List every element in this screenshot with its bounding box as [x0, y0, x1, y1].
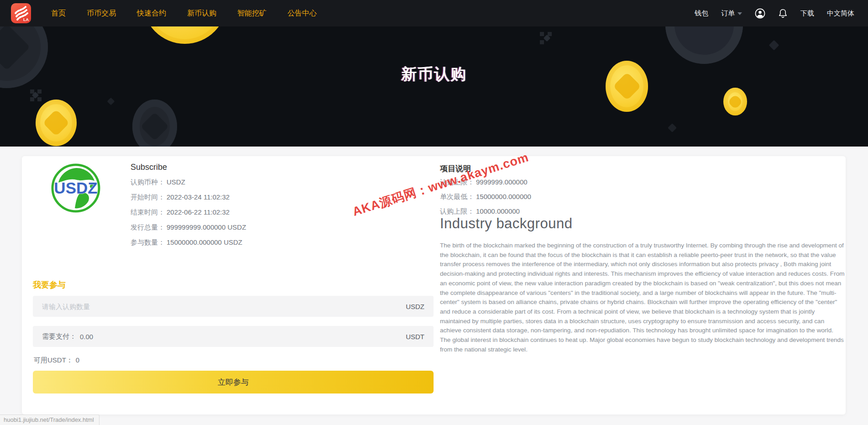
available-balance: 可用USDT：0 — [34, 356, 79, 365]
info-row-sub-upper: 认购上限：10000.000000 — [440, 207, 531, 216]
info-row-start-time: 开始时间：2022-03-24 11:02:32 — [131, 193, 246, 202]
coin-symbol-text: USDZ — [54, 179, 97, 197]
nav-item-home[interactable]: 首页 — [51, 9, 66, 18]
diamond-sparkle — [668, 123, 677, 132]
available-label: 可用USDT： — [34, 356, 73, 364]
language-selector[interactable]: 中文简体 — [827, 9, 854, 18]
nav-right-group: 钱包 订单 下载 中文简体 — [695, 8, 854, 19]
gold-coin-decoration — [142, 26, 227, 44]
gold-coin-decoration — [723, 88, 747, 115]
ghost-coin-decoration — [665, 26, 743, 64]
amount-suffix: USDZ — [406, 303, 424, 310]
info-row-min-per-order: 单次最低：15000000.000000 — [440, 193, 531, 201]
download-link[interactable]: 下载 — [800, 9, 814, 18]
info-row-coin: 认购币种：USDZ — [131, 178, 246, 187]
chevron-down-icon — [737, 12, 742, 15]
industry-background-text: The birth of the blockchain marked the b… — [440, 241, 845, 354]
nav-item-fast-contract[interactable]: 快速合约 — [137, 9, 166, 18]
page-title: 新币认购 — [0, 64, 868, 85]
pay-label: 需要支付： — [42, 332, 76, 341]
orders-label: 订单 — [721, 9, 735, 18]
project-heading: 项目说明 — [440, 163, 471, 174]
status-url-tooltip: huobi1.jiujiub.net/Trade/index.html — [0, 415, 99, 425]
gold-coin-decoration — [36, 100, 77, 146]
pay-value: 0.00 — [80, 333, 406, 341]
orders-dropdown[interactable]: 订单 — [721, 9, 742, 18]
participate-heading: 我要参与 — [33, 279, 66, 290]
amount-input[interactable] — [42, 303, 406, 310]
nav-item-spot-trade[interactable]: 币币交易 — [87, 9, 116, 18]
logo-text: LA — [23, 17, 29, 22]
diamond-sparkle — [107, 98, 115, 105]
subscribe-info: Subscribe 认购币种：USDZ 开始时间：2022-03-24 11:0… — [131, 163, 246, 253]
nav-item-new-coin[interactable]: 新币认购 — [187, 9, 216, 18]
subscribe-heading: Subscribe — [131, 163, 246, 172]
info-row-sub-cap: 认购上限：9999999.000000 — [440, 178, 531, 187]
pay-amount-row: 需要支付： 0.00 USDT — [33, 326, 434, 347]
ghost-coin-decoration — [132, 100, 177, 147]
info-row-end-time: 结束时间：2022-06-22 11:02:32 — [131, 208, 246, 217]
info-row-total-issue: 发行总量：999999999.000000 USDZ — [131, 223, 246, 232]
wallet-link[interactable]: 钱包 — [695, 9, 708, 18]
top-nav: LA 首页 币币交易 快速合约 新币认购 智能挖矿 公告中心 钱包 订单 下载 — [0, 0, 868, 26]
notification-bell-icon[interactable] — [778, 8, 788, 19]
usdz-coin-logo: USDZ — [50, 163, 101, 214]
industry-background-heading: Industry background — [440, 215, 572, 232]
site-logo[interactable]: LA — [11, 3, 31, 23]
join-now-button[interactable]: 立即参与 — [33, 371, 434, 394]
available-value: 0 — [76, 356, 79, 364]
user-avatar-icon[interactable] — [755, 8, 765, 19]
nav-item-smart-mining[interactable]: 智能挖矿 — [237, 9, 267, 18]
info-row-participation: 参与数量：15000000.000000 USDZ — [131, 238, 246, 247]
hero-banner: 新币认购 — [0, 26, 868, 147]
pay-suffix: USDT — [406, 333, 424, 341]
diamond-sparkle — [769, 40, 779, 51]
nav-item-announcements[interactable]: 公告中心 — [288, 9, 317, 18]
main-menu: 首页 币币交易 快速合约 新币认购 智能挖矿 公告中心 — [51, 9, 317, 18]
amount-input-row: USDZ — [33, 296, 434, 317]
subscription-card: USDZ Subscribe 认购币种：USDZ 开始时间：2022-03-24… — [22, 156, 846, 415]
